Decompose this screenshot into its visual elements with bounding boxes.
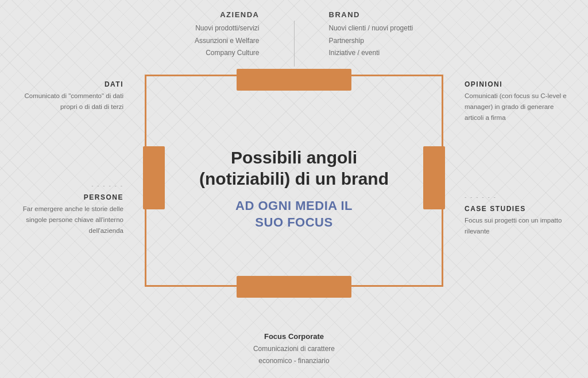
main-title: Possibili angoli(notiziabili) di un bran… <box>199 147 389 190</box>
focus-corporate-section: Focus Corporate Comunicazioni di caratte… <box>214 332 374 367</box>
opinioni-title: OPINIONI <box>465 80 571 88</box>
diagram-area: Possibili angoli(notiziabili) di un bran… <box>145 69 443 287</box>
brand-title: BRAND <box>329 10 360 19</box>
case-studies-text: Focus sui progetti con un impatto rileva… <box>465 215 571 237</box>
opinioni-text: Comunicati (con focus su C-level e manag… <box>465 91 571 123</box>
dati-title: DATI <box>17 80 123 88</box>
case-studies-section: - - - - - - CASE STUDIES Focus sui proge… <box>465 189 571 237</box>
focus-corporate-text: Comunicazioni di carattereeconomico - fi… <box>214 343 374 367</box>
persone-text: Far emergere anche le storie delle singo… <box>17 204 123 236</box>
orange-bar-top <box>237 69 351 91</box>
azienda-column: AZIENDA Nuovi prodotti/servizi Assunzion… <box>156 10 260 67</box>
page-container: AZIENDA Nuovi prodotti/servizi Assunzion… <box>0 0 588 378</box>
main-title-text: Possibili angoli(notiziabili) di un bran… <box>199 148 389 189</box>
dati-text: Comunicato di "commento" di dati propri … <box>17 91 123 112</box>
azienda-title: AZIENDA <box>220 10 259 19</box>
brand-column: BRAND Nuovi clienti / nuovi progetti Par… <box>329 10 432 67</box>
sub-title-text: AD OGNI MEDIA ILSUO FOCUS <box>235 198 353 229</box>
divider-left: - - - - - - <box>17 182 123 189</box>
brand-item-1: Nuovi clienti / nuovi progetti <box>329 22 413 35</box>
orange-bar-left <box>143 146 165 209</box>
brand-item-2: Partnership <box>329 35 364 48</box>
top-divider <box>294 21 295 67</box>
azienda-item-2: Assunzioni e Welfare <box>195 35 260 48</box>
orange-bar-right <box>423 146 445 209</box>
azienda-item-3: Company Culture <box>206 47 259 60</box>
persone-title: PERSONE <box>17 193 123 201</box>
focus-corporate-title: Focus Corporate <box>214 332 374 341</box>
sub-title: AD OGNI MEDIA ILSUO FOCUS <box>235 198 353 231</box>
azienda-item-1: Nuovi prodotti/servizi <box>195 22 259 35</box>
brand-item-3: Iniziative / eventi <box>329 47 380 60</box>
dati-section: DATI Comunicato di "commento" di dati pr… <box>17 80 123 112</box>
opinioni-section: OPINIONI Comunicati (con focus su C-leve… <box>465 80 571 123</box>
center-content: Possibili angoli(notiziabili) di un bran… <box>167 91 421 287</box>
divider-right: - - - - - - <box>465 194 571 200</box>
persone-section: - - - - - - PERSONE Far emergere anche l… <box>17 178 123 236</box>
case-studies-title: CASE STUDIES <box>465 205 571 213</box>
top-section: AZIENDA Nuovi prodotti/servizi Assunzion… <box>0 0 588 67</box>
